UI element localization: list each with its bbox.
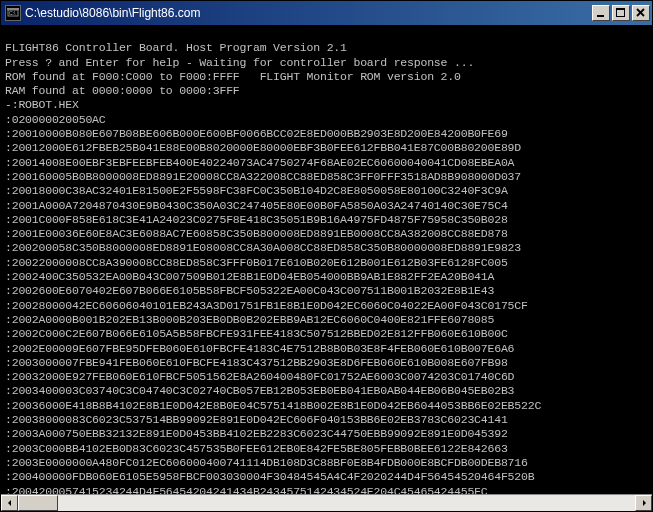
console-line <box>5 27 648 41</box>
scroll-right-button[interactable] <box>635 495 652 511</box>
console-line: :2002A0000B001B202EB13B000B203EB0DB0B202… <box>5 313 648 327</box>
console-line: :2003E0000000A480FC012EC606000400741114D… <box>5 456 648 470</box>
console-line: :2003C000BB4102EB0D83C6023C457535B0FEE61… <box>5 442 648 456</box>
console-line: Press ? and Enter for help - Waiting for… <box>5 56 648 70</box>
console-line: :200200058C350B8000008ED8891E08008CC8A30… <box>5 241 648 255</box>
maximize-button[interactable] <box>612 5 630 21</box>
scroll-thumb[interactable] <box>18 495 58 511</box>
console-line: :2004200057415234244D4F56454204241434B24… <box>5 485 648 495</box>
svg-marker-8 <box>8 500 11 506</box>
console-line: :2001E00036E60E8AC3E6088AC7E60858C350B80… <box>5 227 648 241</box>
console-line: RAM found at 0000:0000 to 0000:3FFF <box>5 84 648 98</box>
console-line: :020000020050AC <box>5 113 648 127</box>
console-line: :20028000042EC60606040101EB243A3D01751FB… <box>5 299 648 313</box>
console-line: :20022000008CC8A390008CC88ED858C3FFF0B01… <box>5 256 648 270</box>
console-line: :20012000E612FBEB25B041E88E00B8020000E80… <box>5 141 648 155</box>
console-output: FLIGHT86 Controller Board. Host Program … <box>1 25 652 494</box>
console-line: :20010000B080E607B08BE606B000E600BF0066B… <box>5 127 648 141</box>
svg-rect-3 <box>597 15 604 17</box>
console-line: :2001A000A7204870430E9B0430C350A03C24740… <box>5 199 648 213</box>
svg-marker-9 <box>643 500 646 506</box>
console-line: -:ROBOT.HEX <box>5 98 648 112</box>
console-line: ROM found at F000:C000 to F000:FFFF FLIG… <box>5 70 648 84</box>
svg-rect-5 <box>616 8 625 10</box>
titlebar: C:\ C:\estudio\8086\bin\Flight86.com <box>1 1 652 25</box>
console-line: :2001C000F858E618C3E41A24023C0275F8E418C… <box>5 213 648 227</box>
console-line: :20038000083C6023C537514BB99092E891E0D04… <box>5 413 648 427</box>
console-line: :2002C000C2E607B066E6105A5B58FBCFE931FEE… <box>5 327 648 341</box>
console-line: :20018000C38AC32401E81500E2F5598FC38FC0C… <box>5 184 648 198</box>
console-line: :2002400C350532EA00B043C007509B012E8B1E0… <box>5 270 648 284</box>
window-frame: C:\ C:\estudio\8086\bin\Flight86.com FLI… <box>0 0 653 512</box>
console-line: :20014008E00EBF3EBFEEBFEB400E40224073AC4… <box>5 156 648 170</box>
close-button[interactable] <box>632 5 650 21</box>
console-line: :2003A000750EBB32132E891E0D0453BB4102EB2… <box>5 427 648 441</box>
console-line: :2002600E6070402E607B066E6105B58FBCF5053… <box>5 284 648 298</box>
horizontal-scrollbar[interactable] <box>1 494 652 511</box>
app-icon: C:\ <box>5 5 21 21</box>
console-line: :2002E00009E607FBE95DFEB060E610FBCFE4183… <box>5 342 648 356</box>
console-line: :20032000E927FEB060E610FBCF5051562E8A260… <box>5 370 648 384</box>
console-line: :2003400003C03740C3C04740C3C02740CB057EB… <box>5 384 648 398</box>
scroll-left-button[interactable] <box>1 495 18 511</box>
scroll-track[interactable] <box>18 495 635 511</box>
console-line: :200400000FDB060E6105E5958FBCF003030004F… <box>5 470 648 484</box>
svg-text:C:\: C:\ <box>9 10 16 16</box>
minimize-button[interactable] <box>592 5 610 21</box>
window-controls <box>592 5 650 21</box>
console-line: :2003000007FBE941FEB060E610FBCFE4183C437… <box>5 356 648 370</box>
console-line: :20036000E418B8B4102E8B1E0D042E8B0E04C57… <box>5 399 648 413</box>
console-line: FLIGHT86 Controller Board. Host Program … <box>5 41 648 55</box>
window-title: C:\estudio\8086\bin\Flight86.com <box>25 6 592 20</box>
console-line: :200160005B0B8000008ED8891E20008CC8A3220… <box>5 170 648 184</box>
